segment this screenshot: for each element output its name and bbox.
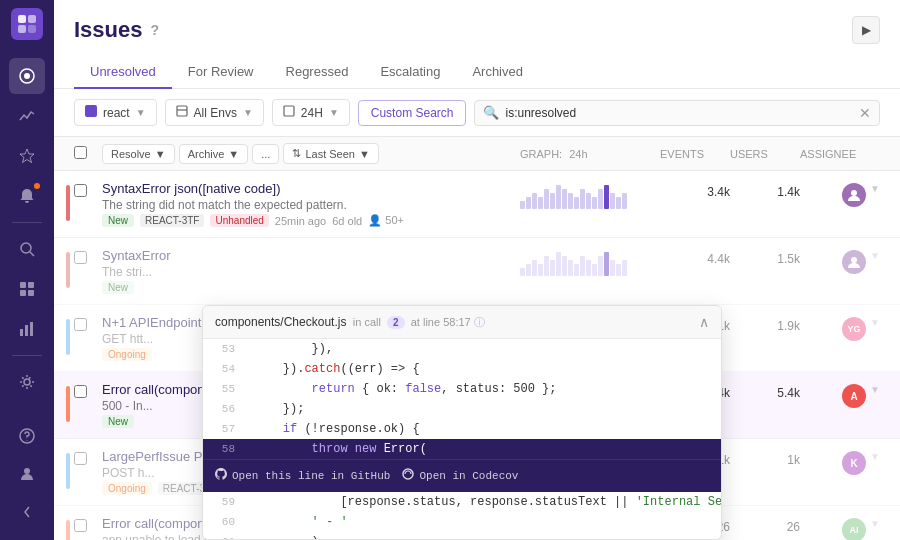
sidebar-item-releases[interactable] (9, 138, 45, 174)
assign-chevron[interactable]: ▼ (870, 183, 880, 194)
sidebar-item-issues[interactable] (9, 58, 45, 94)
graph-header: GRAPH: 24h (520, 148, 660, 160)
svg-rect-18 (85, 105, 97, 117)
svg-rect-3 (28, 25, 36, 33)
bar (568, 193, 573, 209)
chevron-down-icon-5[interactable]: ▼ (228, 148, 239, 160)
issue-meta: New (102, 281, 520, 294)
avatar[interactable]: K (842, 451, 866, 475)
issue-assignee: K ▼ (800, 449, 880, 475)
svg-rect-2 (18, 25, 26, 33)
sidebar-divider (12, 222, 42, 223)
severity-indicator (66, 252, 70, 288)
select-all-checkbox[interactable] (74, 146, 87, 159)
assign-chevron[interactable]: ▼ (870, 317, 880, 328)
avatar[interactable]: AI (842, 518, 866, 540)
avatar[interactable] (842, 250, 866, 274)
popup-close-icon[interactable]: ∧ (699, 314, 709, 330)
sort-button[interactable]: ⇅ Last Seen ▼ (283, 143, 378, 164)
issue-title[interactable]: SyntaxError json([native code]) (102, 181, 520, 196)
sidebar-item-discover[interactable] (9, 231, 45, 267)
popup-help-icon[interactable]: ⓘ (474, 316, 485, 328)
tab-regressed[interactable]: Regressed (270, 56, 365, 89)
sidebar-item-metrics[interactable] (9, 311, 45, 347)
search-input[interactable] (505, 106, 853, 120)
tab-for-review[interactable]: For Review (172, 56, 270, 89)
svg-rect-8 (20, 282, 26, 288)
custom-search-button[interactable]: Custom Search (358, 100, 467, 126)
assign-chevron[interactable]: ▼ (870, 518, 880, 529)
open-codecov-button[interactable]: Open in Codecov (402, 468, 518, 484)
row-checkbox[interactable] (74, 248, 102, 268)
search-icon: 🔍 (483, 105, 499, 120)
env-icon (176, 105, 188, 120)
code-line: 55 return { ok: false, status: 500 }; (203, 379, 721, 399)
bar (616, 197, 621, 209)
avatar[interactable]: YG (842, 317, 866, 341)
select-all-check[interactable] (74, 146, 102, 161)
popup-header: components/Checkout.js in call 2 at line… (203, 306, 721, 339)
svg-rect-11 (28, 290, 34, 296)
code-line: 59 [response.status, response.statusText… (203, 492, 721, 512)
assign-chevron[interactable]: ▼ (870, 451, 880, 462)
tab-escalating[interactable]: Escalating (364, 56, 456, 89)
svg-rect-0 (18, 15, 26, 23)
issue-title[interactable]: SyntaxError (102, 248, 520, 263)
sidebar-divider-2 (12, 355, 42, 356)
users-count: 👤 50+ (368, 214, 404, 227)
code-line: 56 }); (203, 399, 721, 419)
chevron-down-icon-6[interactable]: ▼ (359, 148, 370, 160)
chevron-down-icon-4[interactable]: ▼ (155, 148, 166, 160)
svg-rect-1 (28, 15, 36, 23)
sidebar-item-settings[interactable] (9, 364, 45, 400)
sidebar-logo[interactable] (11, 8, 43, 40)
run-button[interactable]: ▶ (852, 16, 880, 44)
row-checkbox[interactable] (74, 516, 102, 536)
svg-point-22 (851, 190, 857, 196)
archive-button[interactable]: Archive ▼ (179, 144, 249, 164)
avatar[interactable] (842, 183, 866, 207)
tab-archived[interactable]: Archived (456, 56, 539, 89)
env-filter[interactable]: All Envs ▼ (165, 99, 264, 126)
bar (556, 185, 561, 209)
svg-rect-14 (30, 322, 33, 336)
assign-chevron[interactable]: ▼ (870, 384, 880, 395)
project-filter[interactable]: react ▼ (74, 99, 157, 126)
issue-assignee: ▼ (800, 248, 880, 274)
issue-users: 1.4k (730, 181, 800, 199)
table-actions: Resolve ▼ Archive ▼ ... ⇅ Last Seen ▼ (102, 143, 520, 164)
sidebar-item-alerts[interactable] (9, 178, 45, 214)
row-checkbox[interactable] (74, 449, 102, 469)
sidebar-item-help[interactable] (9, 418, 45, 454)
table-row: SyntaxError The stri... New 4.4k 1.5k (54, 238, 900, 305)
more-actions-button[interactable]: ... (252, 144, 279, 164)
row-checkbox[interactable] (74, 315, 102, 335)
time-filter[interactable]: 24H ▼ (272, 99, 350, 126)
svg-point-15 (24, 379, 30, 385)
issue-users: 5.4k (730, 382, 800, 400)
sidebar-item-collapse[interactable] (9, 494, 45, 530)
code-line: 61 ) (203, 532, 721, 539)
avatar[interactable]: A (842, 384, 866, 408)
svg-rect-21 (284, 106, 294, 116)
sidebar-item-boards[interactable] (9, 271, 45, 307)
status-badge: Ongoing (102, 348, 152, 361)
help-icon[interactable]: ? (151, 22, 160, 38)
row-checkbox[interactable] (74, 382, 102, 402)
sidebar-item-performance[interactable] (9, 98, 45, 134)
sidebar-item-user[interactable] (9, 456, 45, 492)
github-icon (215, 468, 227, 484)
bar (622, 193, 627, 209)
project-icon (85, 105, 97, 120)
assign-chevron[interactable]: ▼ (870, 250, 880, 261)
resolve-button[interactable]: Resolve ▼ (102, 144, 175, 164)
row-checkbox[interactable] (74, 181, 102, 201)
tab-unresolved[interactable]: Unresolved (74, 56, 172, 89)
header-top: Issues ? ▶ (74, 16, 880, 44)
bar (604, 185, 609, 209)
issue-graph (520, 181, 660, 209)
open-github-button[interactable]: Open this line in GitHub (215, 468, 390, 484)
clear-search-icon[interactable]: ✕ (859, 105, 871, 121)
call-badge: 2 (387, 316, 405, 329)
project-badge: REACT-3TF (140, 214, 204, 227)
